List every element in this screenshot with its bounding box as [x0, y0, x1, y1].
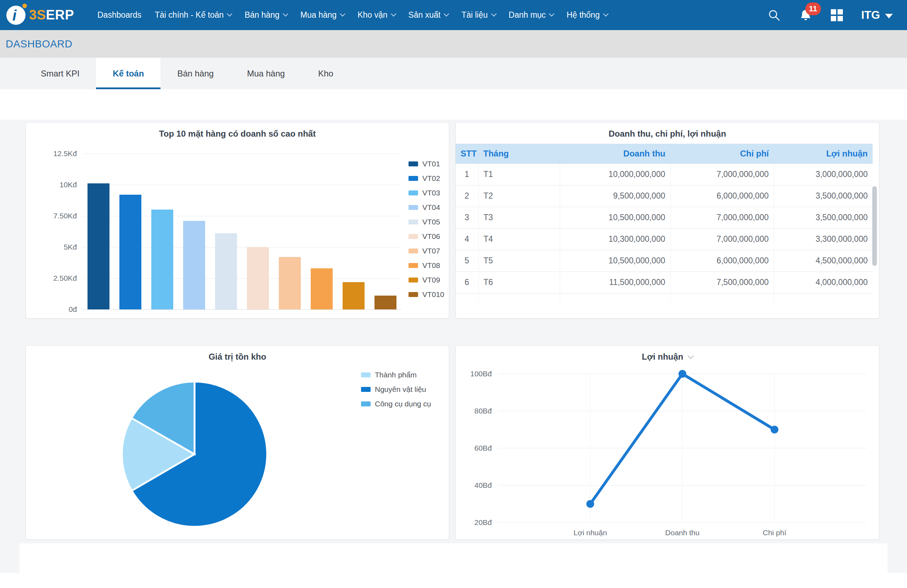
legend-swatch-icon [409, 176, 418, 181]
table-cell: T5 [478, 250, 560, 272]
gridline: 12.5Kđ [83, 153, 401, 154]
table-cell: 7,500,000,000 [670, 272, 774, 293]
table-cell: 7,000,000,000 [670, 228, 774, 250]
table-cell: 3 [456, 207, 478, 228]
table-row: 1T110,000,000,0007,000,000,0003,000,000,… [456, 163, 873, 185]
caret-down-icon [885, 14, 893, 18]
search-icon [768, 9, 780, 22]
tab-mua-hàng[interactable]: Mua hàng [230, 58, 301, 89]
table-cell: T4 [478, 228, 560, 250]
search-button[interactable] [768, 9, 780, 22]
y-axis-label: 100Bđ [470, 369, 492, 378]
column-header-2[interactable]: Tháng [478, 144, 560, 163]
line-chart-card: Lợi nhuận 100Bđ80Bđ60Bđ40Bđ20BđLợi nhuận… [455, 345, 879, 540]
x-axis-label: Doanh thu [665, 529, 700, 537]
nav-item-7[interactable]: Tài liệu [461, 10, 495, 20]
tab-kế-toán[interactable]: Kế toán [96, 58, 160, 89]
chevron-down-icon [283, 11, 288, 17]
legend-swatch-icon [409, 234, 418, 239]
notification-badge: 11 [805, 3, 821, 15]
dashboard-screen: i 3SERP DashboardsTài chính - Kế toánBán… [0, 0, 907, 588]
y-axis-label: 10Kđ [31, 181, 77, 189]
nav-item-4[interactable]: Mua hàng [300, 10, 344, 20]
column-header-1[interactable]: STT [456, 144, 478, 163]
table-cell: T6 [478, 272, 560, 293]
legend-swatch-icon [409, 249, 418, 254]
gridline: 0đ [83, 309, 401, 310]
bar-VT03 [151, 209, 173, 309]
bar-VT06 [247, 247, 269, 309]
table-row-partial [456, 293, 873, 302]
legend-swatch-icon [409, 161, 418, 166]
table-cell: 11,500,000,000 [560, 272, 670, 293]
column-header-5[interactable]: Lợi nhuận [774, 144, 873, 163]
x-axis-label: Lợi nhuận [574, 529, 607, 537]
table-cell: 9,500,000,000 [560, 185, 670, 207]
bar-VT07 [279, 257, 301, 309]
y-axis-label: 2.50Kđ [31, 274, 77, 283]
bar-chart-card: Top 10 mặt hàng có doanh số cao nhất 12.… [26, 122, 449, 319]
line-chart: 100Bđ80Bđ60Bđ40Bđ20BđLợi nhuậnDoanh thuC… [456, 345, 879, 540]
user-name: ITG [861, 8, 880, 22]
table-cell: 2 [456, 185, 478, 207]
legend-item-VT02: VT02 [409, 171, 444, 185]
table-scrollbar[interactable] [872, 186, 877, 266]
tab-kho[interactable]: Kho [301, 58, 350, 89]
nav-item-3[interactable]: Bán hàng [244, 10, 287, 20]
legend-item-VT05: VT05 [409, 214, 444, 229]
nav-item-8[interactable]: Danh mục [509, 10, 553, 20]
nav-item-6[interactable]: Sản xuất [409, 10, 448, 20]
table-cell: 6,000,000,000 [670, 185, 774, 207]
bar-VT04 [183, 221, 205, 309]
chevron-down-icon [340, 11, 345, 17]
legend-swatch-icon [409, 292, 418, 297]
table-cell: 4 [456, 228, 478, 250]
tab-smart-kpi[interactable]: Smart KPI [24, 58, 96, 89]
y-axis-label: 20Bđ [474, 518, 492, 526]
tab-bán-hàng[interactable]: Bán hàng [160, 58, 230, 89]
nav-item-2[interactable]: Tài chính - Kế toán [155, 10, 231, 20]
table-cell: 4,000,000,000 [774, 272, 873, 293]
table-cell: 6 [456, 272, 478, 293]
nav-item-1[interactable]: Dashboards [98, 10, 141, 20]
legend-item-VT07: VT07 [409, 244, 444, 258]
notifications-button[interactable]: 11 [799, 8, 812, 22]
table-cell: 3,300,000,000 [774, 228, 873, 250]
table-cell: 10,500,000,000 [560, 250, 670, 272]
legend-swatch-icon [361, 372, 370, 377]
apps-grid-icon [831, 9, 843, 21]
user-menu[interactable]: ITG [861, 8, 893, 22]
nav-item-9[interactable]: Hệ thống [567, 10, 607, 20]
table-cell: 3,500,000,000 [774, 207, 873, 228]
chevron-down-icon [603, 11, 609, 17]
column-header-3[interactable]: Doanh thu [560, 144, 670, 163]
data-point-Lợi nhuận [587, 500, 594, 508]
bar-VT09 [343, 282, 365, 309]
legend-item-VT09: VT09 [409, 273, 444, 287]
nav-item-5[interactable]: Kho vận [357, 10, 395, 20]
table-cell: 10,300,000,000 [560, 228, 670, 250]
y-axis-label: 7.50Kđ [31, 212, 77, 220]
table-cell: 4,500,000,000 [774, 250, 873, 272]
table-cell: T2 [478, 185, 560, 207]
legend-item-Nguyên vật liệu: Nguyên vật liệu [361, 382, 431, 396]
data-point-Doanh thu [678, 370, 686, 378]
pie-chart-legend: Thành phẩmNguyên vật liệuCông cụ dụng cụ [361, 368, 431, 411]
revenue-table: STTThángDoanh thuChi phíLợi nhuận1T110,0… [456, 144, 873, 302]
page-title-bar: DASHBOARD [0, 30, 907, 58]
page-title: DASHBOARD [6, 38, 72, 50]
chevron-down-icon [227, 11, 233, 17]
legend-item-VT010: VT010 [409, 287, 444, 302]
legend-item-VT08: VT08 [409, 258, 444, 273]
table-cell: 7,000,000,000 [670, 163, 774, 185]
brand-name: 3SERP [29, 8, 74, 22]
apps-button[interactable] [831, 9, 843, 21]
table-row: 4T410,300,000,0007,000,000,0003,300,000,… [456, 228, 873, 250]
column-header-4[interactable]: Chi phí [670, 144, 774, 163]
table-cell: 10,000,000,000 [560, 163, 670, 185]
y-axis-label: 12.5Kđ [31, 149, 77, 158]
bar-VT02 [119, 195, 141, 309]
brand-logo[interactable]: i 3SERP [6, 6, 83, 25]
y-axis-label: 0đ [31, 305, 77, 314]
table-title: Doanh thu, chi phí, lợi nhuận [609, 129, 726, 139]
